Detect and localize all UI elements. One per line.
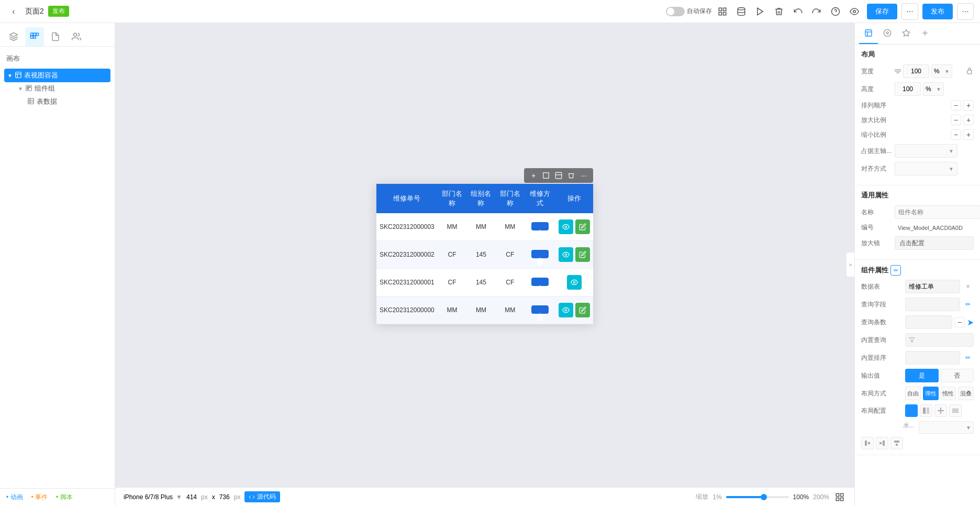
repair-badge[interactable]: 内部维修 [531, 222, 549, 230]
svg-rect-21 [29, 86, 30, 87]
layout-mode-flex[interactable]: 弹性 [923, 387, 939, 400]
preview-icon[interactable] [846, 3, 863, 20]
right-tab-star[interactable] [897, 23, 916, 44]
cell-repair-no: SKC202312000001 [376, 269, 438, 296]
table-border-btn[interactable] [541, 170, 551, 181]
scale-down-minus[interactable]: − [951, 129, 961, 140]
repair-badge[interactable]: 内部维修 [531, 278, 549, 286]
tree-item-view-container[interactable]: ▼ 表视图容器 [4, 69, 110, 82]
height-unit-dropdown[interactable]: % ▼ [923, 82, 944, 96]
publish-button[interactable]: 发布 [922, 4, 953, 19]
grid-button[interactable] [833, 491, 846, 503]
script-tab[interactable]: • 脚本 [56, 492, 73, 503]
save-button[interactable]: 保存 [867, 4, 897, 19]
svg-rect-36 [836, 498, 839, 500]
device-selector[interactable]: iPhone 6/7/8 Plus ▼ [124, 493, 182, 501]
query-count-minus[interactable]: − [954, 317, 965, 327]
trash-icon[interactable] [771, 3, 787, 20]
width-input[interactable] [903, 64, 929, 78]
sidebar-tab-components[interactable] [25, 27, 44, 46]
table-row: SKC202312000000 MM MM MM 内部维修 [376, 296, 593, 324]
table-layout-btn[interactable] [553, 170, 564, 181]
expand-config-btn[interactable]: 点击配置 [895, 236, 974, 250]
back-button[interactable]: ‹ [6, 4, 21, 19]
source-code-button[interactable]: 源代码 [244, 491, 280, 502]
builtin-sort-edit-btn[interactable]: ✏ [962, 352, 974, 364]
auto-save-track[interactable] [666, 7, 685, 16]
tree-item-table-data[interactable]: 表数据 [24, 95, 110, 108]
sidebar-tab-pages[interactable] [46, 27, 65, 46]
zoom-slider[interactable] [726, 496, 789, 498]
table-more-btn[interactable]: ··· [578, 170, 589, 181]
query-count-row: 查询条数 − ➤ [861, 315, 974, 329]
table-header: 维修单号 部门名称 组别名称 部门名称 维修方式 操作 [376, 184, 593, 213]
query-field-edit-btn[interactable]: ✏ [962, 299, 974, 310]
right-tab-layout[interactable] [859, 23, 878, 44]
layout-mode-free[interactable]: 自由 [905, 387, 921, 400]
repair-badge[interactable]: 内部维修 [531, 305, 549, 314]
eye-button[interactable] [559, 303, 573, 317]
edit-button[interactable] [575, 219, 590, 234]
eye-button[interactable] [559, 247, 573, 262]
right-tab-plus[interactable] [916, 23, 934, 44]
scale-up-minus[interactable]: − [951, 115, 961, 125]
height-input[interactable] [895, 82, 921, 96]
svg-rect-3 [723, 12, 726, 15]
publish-badge[interactable]: 发布 [48, 6, 69, 17]
width-label: 宽度 [861, 67, 893, 76]
undo-icon[interactable] [789, 3, 806, 20]
zoom-thumb[interactable] [761, 494, 767, 500]
scale-down-plus[interactable]: + [963, 129, 974, 140]
layout-mode-overlap[interactable]: 混叠 [958, 387, 974, 400]
redo-icon[interactable] [808, 3, 825, 20]
align-extra-btn-3[interactable] [890, 437, 903, 449]
align-h-dropdown[interactable]: ▼ [919, 421, 974, 434]
auto-save-toggle[interactable]: 自动保存 [666, 7, 712, 16]
right-tab-style[interactable] [878, 23, 897, 44]
sort-minus[interactable]: − [951, 100, 961, 111]
table-delete-btn[interactable] [566, 170, 576, 181]
eye-button[interactable] [559, 219, 573, 234]
svg-rect-10 [31, 33, 34, 36]
edit-button[interactable] [575, 247, 590, 262]
occupy-dropdown[interactable]: ▼ [895, 144, 957, 158]
query-count-send[interactable]: ➤ [967, 317, 974, 327]
sort-row: 排列顺序 − + [861, 100, 974, 111]
table-add-btn[interactable]: + [528, 170, 539, 181]
datasource-label: 数据表 [861, 282, 903, 291]
width-unit-dropdown[interactable]: % ▼ [931, 64, 952, 78]
publish-more-button[interactable]: ··· [957, 3, 974, 20]
align-dropdown[interactable]: ▼ [895, 162, 957, 175]
play-icon[interactable] [752, 3, 769, 20]
more-button[interactable]: ··· [901, 3, 918, 20]
sort-plus[interactable]: + [963, 100, 974, 111]
eye-button[interactable] [567, 275, 582, 290]
sidebar-tab-team[interactable] [67, 27, 86, 46]
datasource-clear-btn[interactable]: × [962, 281, 974, 292]
layout-config-btn-4[interactable] [949, 404, 962, 417]
align-extra-btn-1[interactable] [861, 437, 874, 449]
edit-button[interactable] [575, 303, 590, 317]
layout-config-btn-1[interactable] [905, 404, 918, 417]
layout-config-btn-2[interactable] [920, 404, 932, 417]
comp-props-edit-btn[interactable]: ✏ [890, 265, 901, 276]
scale-up-plus[interactable]: + [963, 115, 974, 125]
tree-item-comp-group[interactable]: ▼ 组件组 [15, 82, 110, 95]
database-icon[interactable] [733, 3, 750, 20]
align-extra-btn-2[interactable] [876, 437, 888, 449]
query-field-input [905, 298, 960, 311]
output-yes-btn[interactable]: 是 [905, 369, 939, 382]
name-input[interactable] [895, 205, 980, 219]
animation-tab[interactable]: • 动画 [6, 492, 23, 503]
collapse-handle[interactable]: » [846, 252, 854, 277]
layers-icon[interactable] [714, 3, 731, 20]
repair-badge[interactable]: 内部维修 [531, 250, 549, 258]
layout-mode-lazy[interactable]: 惰性 [941, 387, 956, 400]
help-icon[interactable] [827, 3, 844, 20]
output-no-btn[interactable]: 否 [941, 369, 974, 382]
svg-rect-51 [927, 408, 929, 414]
layout-config-btn-3[interactable] [934, 404, 947, 417]
sidebar-tab-layers[interactable] [4, 27, 23, 46]
svg-rect-0 [719, 8, 721, 10]
event-tab[interactable]: • 事件 [31, 492, 48, 503]
